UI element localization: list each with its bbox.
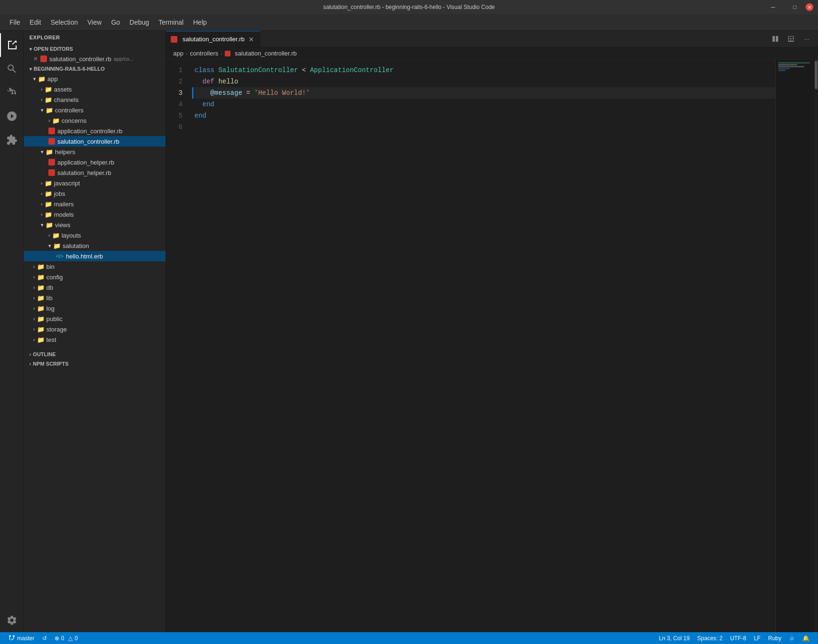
tree-models[interactable]: › 📁 models <box>24 209 165 220</box>
close-editor-icon[interactable]: ✕ <box>33 55 38 62</box>
folder-chevron-icon: › <box>41 212 43 217</box>
tree-mailers[interactable]: › 📁 mailers <box>24 199 165 209</box>
open-editor-filename: salutation_controller.rb <box>49 55 111 63</box>
statusbar: master ↺ ⊗ 0 △ 0 Ln 3, Col 19 Spaces: 2 … <box>0 632 818 644</box>
feedback-status[interactable]: ☺ <box>785 635 799 642</box>
code-editor[interactable]: 1 2 3 4 5 6 class SalutationController <… <box>166 60 818 632</box>
menu-view[interactable]: View <box>83 17 106 28</box>
tree-concerns[interactable]: › 📁 concerns <box>24 115 165 126</box>
minimize-button[interactable]: ─ <box>762 0 784 14</box>
tree-javascript[interactable]: › 📁 javascript <box>24 178 165 188</box>
npm-scripts-section[interactable]: › NPM SCRIPTS <box>24 359 165 368</box>
tab-salutation-controller[interactable]: salutation_controller.rb ✕ <box>166 31 260 47</box>
folder-icon: 📁 <box>38 75 46 83</box>
folder-icon: 📁 <box>45 190 52 197</box>
eol-status[interactable]: LF <box>750 635 764 642</box>
tree-bin[interactable]: › 📁 bin <box>24 261 165 272</box>
tree-item-label: hello.html.erb <box>66 253 103 260</box>
split-editor-button[interactable] <box>769 32 782 46</box>
tree-assets[interactable]: › 📁 assets <box>24 84 165 94</box>
more-actions-button[interactable]: ··· <box>800 32 813 46</box>
source-control-activity-icon[interactable] <box>0 81 24 104</box>
tree-hello-erb[interactable]: </> hello.html.erb <box>24 251 165 261</box>
open-editor-salutation-controller[interactable]: ✕ salutation_controller.rb app/co... <box>24 54 165 64</box>
tree-db[interactable]: › 📁 db <box>24 282 165 293</box>
folder-icon: 📁 <box>45 201 52 208</box>
folder-icon: 📁 <box>53 242 61 249</box>
tree-layouts[interactable]: › 📁 layouts <box>24 230 165 240</box>
tree-application-helper[interactable]: application_helper.rb <box>24 157 165 167</box>
open-editors-section[interactable]: ▾ Open Editors <box>24 44 165 54</box>
notifications-status[interactable]: 🔔 <box>799 635 813 642</box>
git-branch-status[interactable]: master <box>5 632 38 644</box>
tab-bar: salutation_controller.rb ✕ ··· <box>166 31 818 47</box>
folder-chevron-icon: › <box>48 118 50 123</box>
code-content[interactable]: class SalutationController < Application… <box>192 60 775 632</box>
tree-public[interactable]: › 📁 public <box>24 313 165 324</box>
git-branch-icon <box>9 635 15 642</box>
extensions-activity-icon[interactable] <box>0 128 24 152</box>
cursor-position-status[interactable]: Ln 3, Col 19 <box>655 635 694 642</box>
menu-debug[interactable]: Debug <box>125 17 154 28</box>
tree-item-label: assets <box>54 86 72 93</box>
tree-salutation-helper[interactable]: salutation_helper.rb <box>24 167 165 178</box>
settings-activity-icon[interactable] <box>0 608 24 632</box>
folder-icon: 📁 <box>46 221 53 229</box>
indentation-status[interactable]: Spaces: 2 <box>693 635 726 642</box>
sync-status[interactable]: ↺ <box>38 632 51 644</box>
tree-app[interactable]: ▾ 📁 app <box>24 74 165 84</box>
method-hello: hello <box>218 76 238 87</box>
tree-helpers[interactable]: ▾ 📁 helpers <box>24 147 165 157</box>
tree-views[interactable]: ▾ 📁 views <box>24 220 165 230</box>
tree-salutation[interactable]: ▾ 📁 salutation <box>24 240 165 251</box>
vertical-scrollbar[interactable] <box>814 60 818 632</box>
tab-close-button[interactable]: ✕ <box>248 35 255 44</box>
erb-file-icon: </> <box>56 253 64 259</box>
language-mode-status[interactable]: Ruby <box>764 635 785 642</box>
search-activity-icon[interactable] <box>0 57 24 81</box>
close-button[interactable]: ✕ <box>806 3 813 11</box>
breadcrumb-file[interactable]: salutation_controller.rb <box>225 50 297 57</box>
project-section[interactable]: ▾ BEGINNING-RAILS-6-HELLO <box>24 64 165 74</box>
debug-activity-icon[interactable] <box>0 104 24 128</box>
ruby-file-icon <box>48 159 55 166</box>
tree-config[interactable]: › 📁 config <box>24 272 165 282</box>
explorer-title: Explorer <box>24 31 165 44</box>
menubar: File Edit Selection View Go Debug Termin… <box>0 14 818 31</box>
tree-channels[interactable]: › 📁 channels <box>24 94 165 105</box>
scrollbar-thumb[interactable] <box>815 61 818 89</box>
tree-controllers[interactable]: ▾ 📁 controllers <box>24 105 165 115</box>
menu-selection[interactable]: Selection <box>46 17 83 28</box>
toggle-layout-button[interactable] <box>784 32 798 46</box>
classname-application: ApplicationController <box>310 64 394 76</box>
menu-terminal[interactable]: Terminal <box>154 17 188 28</box>
code-line-2: def hello <box>194 76 775 87</box>
tab-actions: ··· <box>764 31 818 47</box>
menu-help[interactable]: Help <box>188 17 211 28</box>
errors-warnings-status[interactable]: ⊗ 0 △ 0 <box>51 632 82 644</box>
breadcrumb-app[interactable]: app <box>173 50 184 57</box>
encoding-status[interactable]: UTF-8 <box>726 635 750 642</box>
explorer-icon[interactable] <box>0 33 24 57</box>
folder-icon: 📁 <box>45 96 52 103</box>
warning-icon: △ <box>68 635 73 642</box>
tree-storage[interactable]: › 📁 storage <box>24 324 165 334</box>
tree-test[interactable]: › 📁 test <box>24 334 165 345</box>
keyword-end-1: end <box>202 99 214 110</box>
menu-file[interactable]: File <box>5 17 25 28</box>
tree-log[interactable]: › 📁 log <box>24 303 165 313</box>
tree-jobs[interactable]: › 📁 jobs <box>24 188 165 199</box>
tree-salutation-controller[interactable]: salutation_controller.rb <box>24 136 165 147</box>
folder-chevron-icon: › <box>41 180 43 186</box>
tree-item-label: config <box>46 274 63 281</box>
menu-go[interactable]: Go <box>106 17 125 28</box>
outline-section[interactable]: › OUTLINE <box>24 350 165 359</box>
menu-edit[interactable]: Edit <box>25 17 46 28</box>
outline-label: OUTLINE <box>33 351 55 357</box>
tree-lib[interactable]: › 📁 lib <box>24 293 165 303</box>
tree-application-controller[interactable]: application_controller.rb <box>24 126 165 136</box>
breadcrumb-controllers[interactable]: controllers <box>190 50 218 57</box>
ruby-file-icon <box>40 55 47 62</box>
maximize-button[interactable]: □ <box>784 0 806 14</box>
keyword-class: class <box>194 64 218 76</box>
